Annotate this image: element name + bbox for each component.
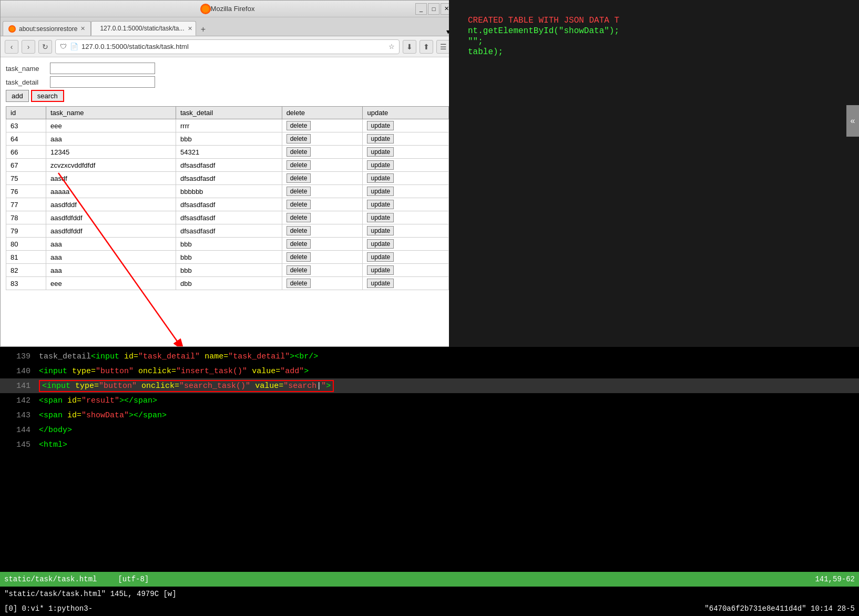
table-row: 78 aasdfdfddf dfsasdfasdf delete update bbox=[6, 211, 449, 224]
delete-button[interactable]: delete bbox=[287, 226, 311, 235]
update-button[interactable]: update bbox=[367, 226, 394, 235]
delete-button[interactable]: delete bbox=[287, 213, 311, 222]
delete-button[interactable]: delete bbox=[287, 187, 311, 196]
cell-task-name: aaa bbox=[46, 132, 176, 146]
firefox-logo-icon bbox=[200, 4, 211, 14]
update-button[interactable]: update bbox=[367, 252, 394, 262]
col-delete: delete bbox=[282, 107, 363, 119]
table-row: 63 eee rrrr delete update bbox=[6, 119, 449, 132]
cell-id: 77 bbox=[6, 198, 46, 211]
editor-line-2: nt.getElementById("showData"); bbox=[468, 26, 840, 36]
cell-task-detail: 54321 bbox=[176, 146, 282, 159]
delete-button[interactable]: delete bbox=[287, 147, 311, 157]
table-row: 81 aaa bbb delete update bbox=[6, 251, 449, 264]
code-line-143: 143 <span id="showData"></span> bbox=[0, 408, 859, 423]
forward-button[interactable]: › bbox=[22, 40, 35, 54]
new-tab-button[interactable]: + bbox=[196, 23, 210, 36]
cell-task-detail: dfsasdfasdf bbox=[176, 211, 282, 224]
update-button[interactable]: update bbox=[367, 213, 394, 222]
delete-button[interactable]: delete bbox=[287, 279, 311, 288]
pocket-button[interactable]: ⬇ bbox=[403, 40, 416, 54]
table-row: 77 aasdfddf dfsasdfasdf delete update bbox=[6, 198, 449, 211]
cell-task-name: aaa bbox=[46, 251, 176, 264]
cell-task-detail: bbb bbox=[176, 132, 282, 146]
search-button[interactable]: search bbox=[31, 90, 64, 102]
table-row: 67 zcvzxcvddfdfdf dfsasdfasdf delete upd… bbox=[6, 159, 449, 172]
add-button[interactable]: add bbox=[6, 90, 29, 102]
update-button[interactable]: update bbox=[367, 134, 394, 143]
address-bar[interactable]: 🛡 📄 127.0.0.1:5000/static/task/task.html… bbox=[55, 39, 400, 54]
tab-task[interactable]: 127.0.0.1:5000/static/task/ta... ✕ bbox=[91, 21, 196, 36]
cell-update: update bbox=[363, 159, 449, 172]
cell-update: update bbox=[363, 185, 449, 198]
cell-id: 76 bbox=[6, 185, 46, 198]
update-button[interactable]: update bbox=[367, 200, 394, 209]
cell-task-name: aaa bbox=[46, 238, 176, 251]
cell-id: 81 bbox=[6, 251, 46, 264]
col-update: update bbox=[363, 107, 449, 119]
update-button[interactable]: update bbox=[367, 160, 394, 170]
cell-task-detail: dfsasdfasdf bbox=[176, 198, 282, 211]
task-name-row: task_name bbox=[6, 63, 449, 74]
delete-button[interactable]: delete bbox=[287, 252, 311, 262]
delete-button[interactable]: delete bbox=[287, 239, 311, 249]
window-title: Mozilla Firefox bbox=[211, 5, 255, 13]
update-button[interactable]: update bbox=[367, 173, 394, 183]
share-button[interactable]: ⬆ bbox=[420, 40, 433, 54]
editor-content: CREATED TABLE WITH JSON DATA T nt.getEle… bbox=[459, 11, 848, 336]
line-content-144: </body> bbox=[39, 426, 72, 435]
delete-button[interactable]: delete bbox=[287, 160, 311, 170]
task-name-label: task_name bbox=[6, 65, 48, 73]
cell-task-detail: dfsasdfasdf bbox=[176, 159, 282, 172]
back-button[interactable]: ‹ bbox=[5, 40, 18, 54]
col-task-detail: task_detail bbox=[176, 107, 282, 119]
button-row: add search bbox=[6, 90, 449, 102]
update-button[interactable]: update bbox=[367, 121, 394, 130]
line-num-145: 145 bbox=[4, 440, 30, 449]
tab-close-active-icon[interactable]: ✕ bbox=[188, 25, 192, 32]
cell-task-detail: bbbbbb bbox=[176, 185, 282, 198]
delete-button[interactable]: delete bbox=[287, 265, 311, 275]
editor-line-3: ""; bbox=[468, 37, 840, 46]
code-line-140: 140 <input type="button" onclick="insert… bbox=[0, 364, 859, 378]
reload-button[interactable]: ↻ bbox=[38, 40, 52, 54]
cell-delete: delete bbox=[282, 277, 363, 290]
update-button[interactable]: update bbox=[367, 147, 394, 157]
delete-button[interactable]: delete bbox=[287, 200, 311, 209]
cell-delete: delete bbox=[282, 211, 363, 224]
update-button[interactable]: update bbox=[367, 279, 394, 288]
vi-status-text: [0] 0:vi* 1:python3- bbox=[4, 604, 93, 613]
minimize-button[interactable]: _ bbox=[415, 3, 427, 15]
editor-text-1: CREATED TABLE WITH JSON DATA T bbox=[468, 16, 619, 25]
task-detail-input[interactable] bbox=[50, 76, 155, 88]
cell-delete: delete bbox=[282, 119, 363, 132]
window-controls: _ □ ✕ bbox=[415, 3, 452, 15]
line-content-139: task_detail<input id="task_detail" name=… bbox=[39, 352, 318, 361]
cell-update: update bbox=[363, 172, 449, 185]
sidebar-toggle-button[interactable]: « bbox=[846, 105, 859, 137]
line-content-141: <input type="button" onclick="search_tas… bbox=[39, 380, 334, 392]
table-row: 64 aaa bbb delete update bbox=[6, 132, 449, 146]
task-name-input[interactable] bbox=[50, 63, 155, 74]
cell-delete: delete bbox=[282, 172, 363, 185]
tab-close-icon[interactable]: ✕ bbox=[80, 25, 85, 32]
task-detail-row: task_detail bbox=[6, 76, 449, 88]
update-button[interactable]: update bbox=[367, 239, 394, 249]
code-line-141: 141 <input type="button" onclick="search… bbox=[0, 378, 859, 393]
update-button[interactable]: update bbox=[367, 265, 394, 275]
code-line-139: 139 task_detail<input id="task_detail" n… bbox=[0, 349, 859, 364]
delete-button[interactable]: delete bbox=[287, 134, 311, 143]
update-button[interactable]: update bbox=[367, 187, 394, 196]
bookmark-icon[interactable]: ☆ bbox=[388, 43, 395, 50]
tab-session-restore[interactable]: about:sessionrestore ✕ bbox=[3, 21, 91, 36]
security-icon: 🛡 bbox=[60, 43, 67, 50]
cell-update: update bbox=[363, 146, 449, 159]
maximize-button[interactable]: □ bbox=[428, 3, 439, 15]
delete-button[interactable]: delete bbox=[287, 173, 311, 183]
line-content-143: <span id="showData"></span> bbox=[39, 411, 167, 420]
cell-task-name: eee bbox=[46, 119, 176, 132]
status-filename: static/task/task.html bbox=[4, 575, 97, 583]
menu-button[interactable]: ☰ bbox=[436, 40, 450, 54]
delete-button[interactable]: delete bbox=[287, 121, 311, 130]
web-content: task_name task_detail add search id task… bbox=[1, 57, 454, 346]
